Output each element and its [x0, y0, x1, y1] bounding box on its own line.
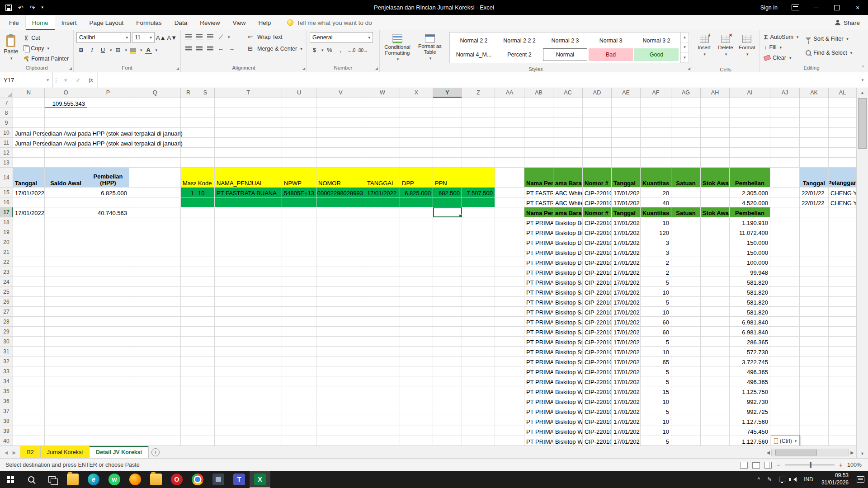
cell-V8[interactable] [316, 108, 365, 118]
cell-R20[interactable] [181, 237, 196, 247]
cell-AG13[interactable] [671, 158, 701, 168]
cell-AC19[interactable]: Biskitop Bu [553, 227, 583, 237]
cell-AA31[interactable] [495, 347, 524, 357]
teams-taskbar-button[interactable] [229, 471, 250, 488]
cell-AG22[interactable] [671, 257, 701, 267]
cell-AE26[interactable]: 17/01/2022 [612, 297, 641, 307]
cell-V20[interactable] [316, 237, 365, 247]
cell-AA13[interactable] [495, 158, 524, 168]
cell-AK12[interactable] [800, 148, 829, 158]
cell-P13[interactable] [87, 158, 129, 168]
cell-S23[interactable] [196, 267, 215, 277]
column-header-AE[interactable]: AE [612, 88, 641, 98]
cell-AB35[interactable]: PT PRIMA [524, 386, 553, 396]
cell-AI10[interactable] [730, 128, 770, 138]
cell-W23[interactable] [365, 267, 400, 277]
cell-AB13[interactable] [524, 158, 553, 168]
cell-T23[interactable] [215, 267, 282, 277]
cell-Q24[interactable] [129, 277, 181, 287]
cell-N7[interactable] [13, 98, 45, 108]
cell-Y22[interactable] [433, 257, 462, 267]
percent-style-icon[interactable]: % [325, 45, 335, 55]
cell-AL24[interactable] [829, 277, 857, 287]
cell-N38[interactable] [13, 416, 45, 426]
cell-AB9[interactable] [524, 118, 553, 128]
cell-U21[interactable] [282, 247, 316, 257]
cell-N30[interactable] [13, 337, 45, 347]
tell-me-box[interactable]: Tell me what you want to do [287, 15, 372, 30]
cell-O9[interactable] [45, 118, 87, 128]
cell-T8[interactable] [215, 108, 282, 118]
cell-AK21[interactable] [800, 247, 829, 257]
cell-V35[interactable] [316, 386, 365, 396]
cell-AH34[interactable] [701, 376, 730, 386]
cell-S12[interactable] [196, 148, 215, 158]
cell-P23[interactable] [87, 267, 129, 277]
cell-AL20[interactable] [829, 237, 857, 247]
cell-AL14[interactable]: Pelanggan [829, 168, 857, 188]
cell-R11[interactable] [181, 138, 196, 148]
cell-AJ24[interactable] [770, 277, 800, 287]
cell-N32[interactable] [13, 357, 45, 366]
cell-R14[interactable]: Masa [181, 168, 196, 188]
cell-X30[interactable] [400, 337, 433, 347]
cell-AK25[interactable] [800, 287, 829, 297]
sign-in-button[interactable]: Sign in [753, 5, 785, 11]
cell-S11[interactable] [196, 138, 215, 148]
format-cells-button[interactable]: Format▾ [738, 32, 756, 66]
conditional-formatting-button[interactable]: Conditional Formatting▾ [382, 32, 412, 66]
row-header-29[interactable]: 29 [0, 327, 13, 337]
cell-U28[interactable] [282, 317, 316, 327]
cell-AL23[interactable] [829, 267, 857, 277]
cell-U27[interactable] [282, 307, 316, 317]
font-dialog-launcher[interactable]: ◢ [176, 66, 179, 70]
row-header-34[interactable]: 34 [0, 376, 13, 386]
cell-AH33[interactable] [701, 366, 730, 376]
column-header-AJ[interactable]: AJ [770, 88, 800, 98]
cell-AG26[interactable] [671, 297, 701, 307]
cell-R21[interactable] [181, 247, 196, 257]
cell-V38[interactable] [316, 416, 365, 426]
cell-AA34[interactable] [495, 376, 524, 386]
cell-Q39[interactable] [129, 426, 181, 436]
cell-AB8[interactable] [524, 108, 553, 118]
cell-AJ25[interactable] [770, 287, 800, 297]
cell-Q7[interactable] [129, 98, 181, 108]
cell-AD11[interactable] [583, 138, 612, 148]
cell-R27[interactable] [181, 307, 196, 317]
cell-W17[interactable] [365, 207, 400, 217]
cell-Q9[interactable] [129, 118, 181, 128]
cell-AJ31[interactable] [770, 347, 800, 357]
cell-AJ36[interactable] [770, 396, 800, 406]
cell-T38[interactable] [215, 416, 282, 426]
cell-AA33[interactable] [495, 366, 524, 376]
cell-Z25[interactable] [462, 287, 495, 297]
cell-S25[interactable] [196, 287, 215, 297]
cell-AL31[interactable] [829, 347, 857, 357]
row-header-23[interactable]: 23 [0, 267, 13, 277]
cell-AE10[interactable] [612, 128, 641, 138]
cell-AA39[interactable] [495, 426, 524, 436]
cell-S15[interactable]: 10 [196, 188, 215, 197]
paste-button[interactable]: Paste ▾ [3, 32, 19, 64]
cell-X34[interactable] [400, 376, 433, 386]
close-button[interactable]: × [847, 0, 868, 15]
cell-W37[interactable] [365, 406, 400, 416]
cell-AA17[interactable] [495, 207, 524, 217]
cell-S18[interactable] [196, 217, 215, 227]
copy-button[interactable]: Copy▾ [22, 43, 71, 53]
cell-R7[interactable] [181, 98, 196, 108]
cell-Z17[interactable] [462, 207, 495, 217]
cell-S29[interactable] [196, 327, 215, 337]
column-header-P[interactable]: P [87, 88, 129, 98]
tab-page-layout[interactable]: Page Layout [83, 15, 130, 30]
cell-R36[interactable] [181, 396, 196, 406]
cell-AF22[interactable]: 2 [641, 257, 671, 267]
paste-options-button[interactable]: (Ctrl) ▾ [771, 435, 800, 446]
hscroll-right-icon[interactable]: ▶ [850, 450, 854, 455]
cell-AB34[interactable]: PT PRIMA [524, 376, 553, 386]
font-family-select[interactable]: Calibri▾ [76, 32, 131, 43]
cell-AG12[interactable] [671, 148, 701, 158]
cell-R32[interactable] [181, 357, 196, 366]
align-center-icon[interactable] [194, 44, 204, 53]
